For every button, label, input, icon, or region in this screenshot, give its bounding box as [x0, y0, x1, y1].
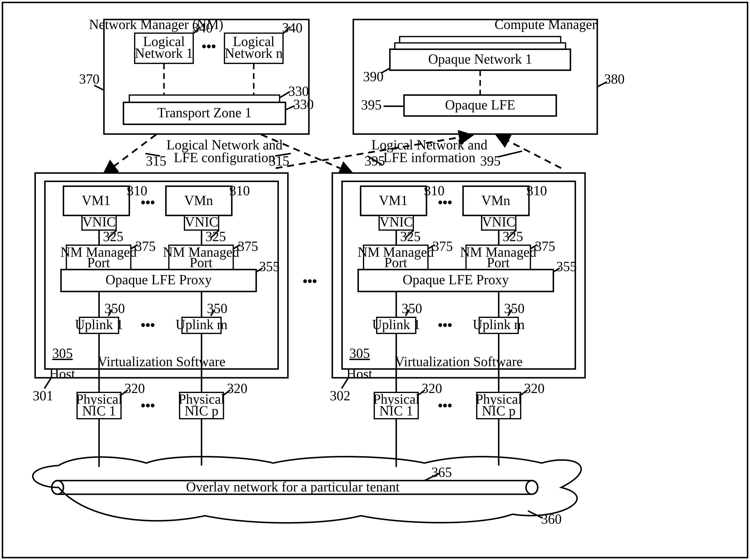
network-manager-group: Network Manager (NM) Logical Network 1 3…	[79, 17, 314, 134]
svg-text:325: 325	[400, 229, 420, 244]
host1-ref: 301	[33, 388, 53, 403]
host1-vs: Virtualization Software	[98, 354, 225, 369]
overlay-tube-ref: 365	[431, 465, 452, 480]
h1-vm1-l: VM1	[82, 193, 111, 208]
h1-portn-ref: 375	[238, 239, 258, 254]
ln-ref-a: 340	[192, 20, 213, 35]
host2-vs-ref: 305	[350, 346, 370, 361]
olfe-ref: 395	[361, 97, 382, 112]
svg-text:350: 350	[401, 301, 422, 316]
svg-text:NIC p: NIC p	[482, 403, 515, 418]
h1-pnicp-b: NIC p	[185, 403, 218, 418]
svg-text:VMn: VMn	[481, 193, 510, 208]
host1-label: Host	[49, 366, 75, 381]
h1-vmn-l: VMn	[184, 193, 213, 208]
on-ref: 390	[363, 69, 384, 84]
h1-pnic-dots: •••	[141, 398, 155, 413]
h1-portn-b: Port	[190, 255, 213, 270]
overlay-label: Overlay network for a particular tenant	[186, 479, 399, 494]
svg-text:325: 325	[502, 229, 523, 244]
nm-ref: 370	[79, 71, 100, 86]
h1-pnic1-ref: 320	[124, 381, 145, 396]
midright-l2: LFE information	[383, 150, 476, 165]
h1-port1-ref: 375	[135, 239, 156, 254]
h1-port1-b: Port	[87, 255, 110, 270]
svg-text:Port: Port	[384, 255, 407, 270]
tz-ref-a: 330	[289, 84, 309, 99]
h1-vnic1-l: VNIC	[82, 214, 116, 229]
h1-vnicn-ref: 325	[205, 229, 226, 244]
h1-pnicp-ref: 320	[227, 381, 248, 396]
compute-manager-group: Compute Manager Opaque Network 1 390 Opa…	[353, 17, 625, 134]
svg-text:•••: •••	[438, 195, 452, 210]
svg-text:VNIC: VNIC	[379, 214, 413, 229]
diagram-root: Network Manager (NM) Logical Network 1 3…	[0, 0, 750, 560]
h1-upm-ref: 350	[207, 301, 228, 316]
tz-label: Transport Zone 1	[157, 105, 252, 120]
host2-label: Host	[347, 366, 372, 381]
h1-proxy-l: Opaque LFE Proxy	[105, 272, 212, 287]
midleft-l2: LFE configuration	[174, 150, 275, 165]
dots-ln: •••	[202, 39, 216, 54]
svg-text:350: 350	[504, 301, 525, 316]
h1-vnicn-l: VNIC	[185, 214, 218, 229]
svg-text:•••: •••	[438, 398, 452, 413]
svg-text:375: 375	[432, 239, 453, 254]
svg-text:NIC 1: NIC 1	[379, 403, 413, 418]
h1-vnic1-ref: 325	[103, 229, 123, 244]
ref395b: 395	[480, 153, 500, 168]
h1-upm-l: Uplink m	[176, 317, 228, 332]
host1-vs-ref: 305	[52, 346, 73, 361]
h1-up1-ref: 350	[104, 301, 125, 316]
host2-vs: Virtualization Software	[395, 354, 523, 369]
svg-text:355: 355	[556, 259, 577, 274]
svg-text:VNIC: VNIC	[482, 214, 515, 229]
svg-text:320: 320	[421, 381, 442, 396]
host2-ref: 302	[330, 388, 351, 403]
h1-vmn-ref: 310	[230, 183, 250, 198]
svg-text:Opaque LFE Proxy: Opaque LFE Proxy	[403, 272, 509, 287]
overlay-cloud-ref: 360	[541, 512, 561, 526]
tz-ref-b: 330	[293, 97, 314, 112]
svg-text:375: 375	[535, 239, 555, 254]
olfe-label: Opaque LFE	[445, 97, 515, 112]
on-label: Opaque Network 1	[428, 51, 532, 66]
svg-text:Uplink 1: Uplink 1	[372, 317, 420, 332]
h1-up-dots: •••	[141, 317, 155, 333]
hosts-dots: •••	[303, 273, 317, 289]
lnn-l2: Network n	[225, 46, 283, 61]
svg-text:310: 310	[527, 183, 547, 198]
svg-text:•••: •••	[438, 317, 452, 333]
svg-text:VM1: VM1	[379, 193, 408, 208]
h1-pnic1-b: NIC 1	[82, 403, 116, 418]
ln1-l2: Network 1	[135, 46, 193, 61]
h1-vm-dots: •••	[141, 195, 155, 210]
h1-proxy-ref: 355	[259, 259, 280, 274]
svg-text:320: 320	[524, 381, 545, 396]
svg-text:Port: Port	[487, 255, 510, 270]
svg-text:Uplink m: Uplink m	[473, 317, 525, 332]
h1-up1-l: Uplink 1	[75, 317, 123, 332]
cm-ref: 380	[604, 71, 625, 86]
cm-title: Compute Manager	[494, 17, 596, 32]
ln-ref-b: 340	[282, 20, 303, 35]
